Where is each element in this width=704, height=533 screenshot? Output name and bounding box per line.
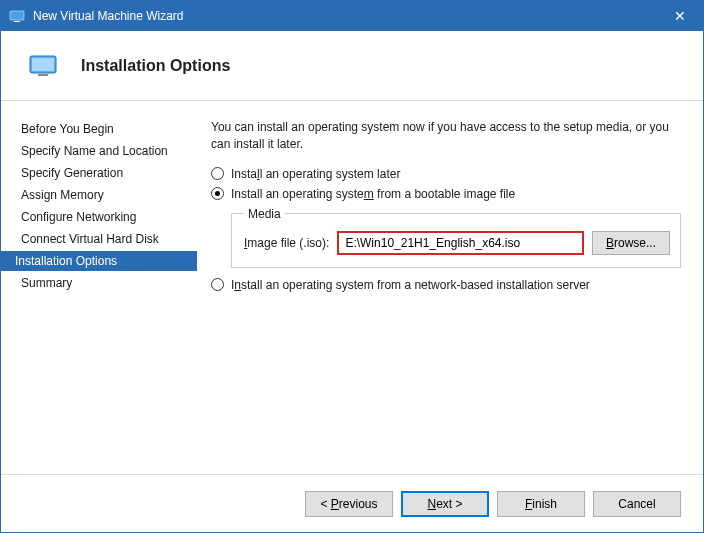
finish-button[interactable]: Finish: [497, 491, 585, 517]
sidebar-item-assign-memory[interactable]: Assign Memory: [15, 185, 197, 205]
option-install-network-label: Install an operating system from a netwo…: [231, 278, 590, 292]
body: Before You Begin Specify Name and Locati…: [1, 101, 703, 474]
radio-icon: [211, 187, 224, 200]
media-group: Media Image file (.iso): Browse...: [231, 207, 681, 268]
window-title: New Virtual Machine Wizard: [33, 9, 657, 23]
header: Installation Options: [1, 31, 703, 101]
image-file-label: Image file (.iso):: [244, 236, 329, 250]
previous-button[interactable]: < Previous: [305, 491, 393, 517]
option-install-later[interactable]: Install an operating system later: [211, 167, 681, 181]
page-title: Installation Options: [81, 57, 230, 75]
sidebar-item-configure-networking[interactable]: Configure Networking: [15, 207, 197, 227]
cancel-button[interactable]: Cancel: [593, 491, 681, 517]
footer: < Previous Next > Finish Cancel: [1, 474, 703, 532]
svg-rect-0: [10, 11, 24, 20]
sidebar-item-connect-vhd[interactable]: Connect Virtual Hard Disk: [15, 229, 197, 249]
sidebar-item-summary[interactable]: Summary: [15, 273, 197, 293]
sidebar-item-specify-generation[interactable]: Specify Generation: [15, 163, 197, 183]
close-button[interactable]: ✕: [657, 1, 703, 31]
wizard-window: New Virtual Machine Wizard ✕ Installatio…: [0, 0, 704, 533]
browse-button[interactable]: Browse...: [592, 231, 670, 255]
radio-icon: [211, 278, 224, 291]
media-legend: Media: [244, 207, 285, 221]
option-install-network[interactable]: Install an operating system from a netwo…: [211, 278, 681, 292]
sidebar-item-installation-options[interactable]: Installation Options: [1, 251, 197, 271]
sidebar-item-before-you-begin[interactable]: Before You Begin: [15, 119, 197, 139]
description-text: You can install an operating system now …: [211, 119, 681, 153]
svg-rect-1: [14, 21, 20, 22]
close-icon: ✕: [674, 8, 686, 24]
media-row: Image file (.iso): Browse...: [244, 231, 670, 255]
radio-icon: [211, 167, 224, 180]
sidebar: Before You Begin Specify Name and Locati…: [1, 119, 197, 474]
image-file-input[interactable]: [337, 231, 584, 255]
option-install-later-label: Install an operating system later: [231, 167, 400, 181]
content: You can install an operating system now …: [197, 119, 703, 474]
option-install-image[interactable]: Install an operating system from a boota…: [211, 187, 681, 201]
svg-rect-3: [32, 58, 54, 71]
sidebar-item-specify-name[interactable]: Specify Name and Location: [15, 141, 197, 161]
svg-rect-4: [38, 74, 48, 76]
option-install-image-label: Install an operating system from a boota…: [231, 187, 515, 201]
titlebar: New Virtual Machine Wizard ✕: [1, 1, 703, 31]
wizard-icon: [29, 55, 57, 77]
app-icon: [9, 8, 25, 24]
next-button[interactable]: Next >: [401, 491, 489, 517]
